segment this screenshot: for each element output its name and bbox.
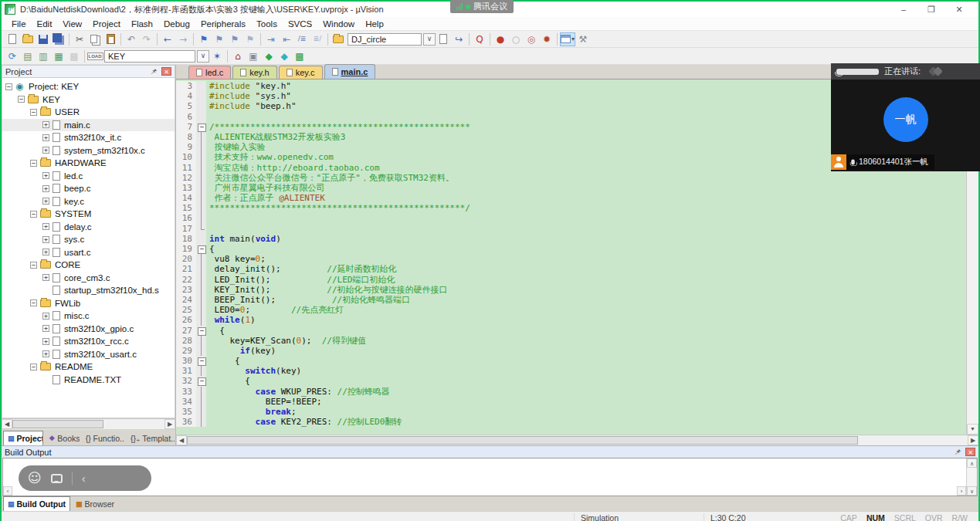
manage-runtime-button[interactable]: ⌂ [230, 49, 246, 63]
tree-item[interactable]: −Project: KEY [2, 80, 175, 93]
scroll-down-icon[interactable]: ∨ [967, 486, 977, 496]
select-device-button[interactable]: ◆ [276, 49, 292, 63]
file-search-combo[interactable]: DJ_circle [348, 33, 422, 46]
editor-tab-led-c[interactable]: led.c [188, 66, 231, 79]
expand-toggle-icon[interactable]: − [30, 299, 37, 306]
code-line[interactable]: 22 LED_Init(); //LED端口初始化 [176, 275, 966, 285]
combo-dropdown-button[interactable]: ∨ [423, 33, 436, 46]
scroll-right-icon[interactable]: ▶ [968, 435, 978, 445]
target-options-button[interactable]: ✶ [209, 49, 225, 63]
tree-item[interactable]: +stm32f10x_gpio.c [2, 323, 175, 336]
scroll-left-icon[interactable]: ◀ [176, 435, 187, 445]
expand-toggle-icon[interactable]: + [42, 172, 49, 179]
menu-file[interactable]: File [6, 19, 32, 29]
code-line[interactable]: 15**************************************… [176, 203, 966, 213]
bookmark-next-button[interactable]: ⚑ [227, 32, 242, 46]
comment-button[interactable]: /≣ [294, 32, 310, 46]
expand-toggle-icon[interactable]: + [42, 274, 49, 281]
batch-build-button[interactable]: ▦ [51, 49, 66, 63]
target-combo[interactable]: KEY [104, 50, 195, 63]
run-to-line-button[interactable]: ↪ [451, 32, 466, 46]
target-dropdown-button[interactable]: ∨ [197, 50, 209, 63]
expand-toggle-icon[interactable]: + [42, 121, 49, 128]
panel-tab-books[interactable]: ❖Books [44, 431, 80, 445]
scroll-left-icon[interactable]: ◀ [2, 419, 12, 429]
fold-toggle-icon[interactable] [196, 376, 206, 386]
tree-item[interactable]: +stm32f10x_rcc.c [2, 335, 175, 348]
code-line[interactable]: 17 [176, 224, 966, 234]
scroll-thumb[interactable] [187, 436, 858, 445]
expand-toggle-icon[interactable]: + [42, 185, 49, 192]
translate-file-button[interactable]: ⟳ [5, 49, 20, 63]
code-line[interactable]: 29 if(key) [176, 346, 966, 356]
menu-peripherals[interactable]: Peripherals [195, 19, 251, 29]
editor-tab-key-h[interactable]: key.h [232, 66, 276, 79]
open-file-button[interactable] [20, 32, 36, 46]
pin-icon[interactable]: 📌︎ [150, 67, 158, 76]
bookmark-clear-button[interactable]: ⚑ [242, 32, 258, 46]
tree-item[interactable]: +stm32f10x_it.c [2, 131, 175, 144]
stop-build-button[interactable]: ▩ [66, 49, 82, 63]
expand-toggle-icon[interactable]: − [30, 211, 37, 218]
bookmark-toggle-button[interactable]: ⚑ [196, 32, 212, 46]
code-line[interactable]: 26 while(1) [176, 315, 966, 325]
code-line[interactable]: 14 作者：正点原子 @ALIENTEK [176, 193, 966, 203]
expand-toggle-icon[interactable]: + [42, 223, 49, 230]
tree-item[interactable]: +misc.c [2, 310, 175, 323]
expand-toggle-icon[interactable]: + [42, 147, 49, 154]
expand-toggle-icon[interactable]: + [42, 198, 49, 205]
bookmark-prev-button[interactable]: ⚑ [212, 32, 227, 46]
menu-help[interactable]: Help [360, 19, 389, 29]
code-line[interactable]: 30 { [176, 356, 966, 366]
expand-toggle-icon[interactable]: + [42, 338, 49, 345]
expand-toggle-icon[interactable]: − [18, 96, 25, 103]
menu-flash[interactable]: Flash [126, 19, 158, 29]
tree-item[interactable]: README.TXT [2, 374, 175, 387]
panel-tab--functio-[interactable]: {} Functio... [81, 431, 125, 445]
tree-item[interactable]: −README [2, 360, 175, 374]
tree-item[interactable]: +usart.c [2, 246, 175, 259]
expand-toggle-icon[interactable]: − [5, 83, 12, 90]
code-line[interactable]: 23 KEY_Init(); //初始化与按键连接的硬件接口 [176, 285, 966, 295]
panel-close-icon[interactable]: ✕ [965, 448, 975, 456]
menu-edit[interactable]: Edit [32, 19, 58, 29]
tree-item[interactable]: −SYSTEM [2, 208, 175, 221]
rebuild-button[interactable]: ▥ [36, 49, 51, 63]
menu-svcs[interactable]: SVCS [283, 19, 317, 29]
code-line[interactable]: 24 BEEP_Init(); //初始化蜂鸣器端口 [176, 295, 966, 305]
editor-h-scrollbar[interactable]: ◀ ▶ [176, 435, 978, 445]
tree-item[interactable]: +main.c [2, 119, 175, 132]
scroll-thumb[interactable] [12, 420, 103, 428]
panel-close-icon[interactable]: ✕ [161, 67, 171, 76]
breakpoint-toggle-button[interactable]: ● [493, 32, 508, 46]
menu-tools[interactable]: Tools [251, 19, 283, 29]
expand-toggle-icon[interactable]: − [30, 364, 37, 370]
expand-toggle-icon[interactable]: − [30, 262, 37, 269]
tree-item[interactable]: +core_cm3.c [2, 272, 175, 285]
pin-icon[interactable]: 📌︎ [954, 448, 961, 456]
navigate-forward-button[interactable]: → [175, 32, 191, 46]
expand-toggle-icon[interactable]: + [42, 134, 49, 141]
code-line[interactable]: 12 关注微信公众平台微信号："正点原子"，免费获取STM32资料。 [176, 173, 966, 183]
fold-toggle-icon[interactable] [196, 356, 206, 366]
scroll-left-icon[interactable]: ‹ [3, 486, 12, 496]
breakpoint-disable-all-button[interactable]: ◎ [524, 32, 539, 46]
navigate-back-button[interactable]: ← [160, 32, 175, 46]
code-line[interactable]: 25 LED0=0; //先点亮红灯 [176, 305, 966, 315]
tree-item[interactable]: +beep.c [2, 182, 175, 195]
code-line[interactable]: 28 key=KEY_Scan(0); //得到键值 [176, 336, 966, 346]
tree-item[interactable]: +delay.c [2, 221, 175, 234]
tree-item[interactable]: +sys.c [2, 233, 175, 246]
expand-toggle-icon[interactable]: + [42, 313, 49, 320]
bottom-tab-build-output[interactable]: ▤Build Output [3, 496, 70, 511]
minimize-button[interactable]: – [898, 5, 909, 15]
breakpoint-kill-all-button[interactable]: ✹ [539, 32, 554, 46]
scroll-right-icon[interactable]: ▶ [164, 419, 175, 429]
tree-item[interactable]: −FWLib [2, 297, 175, 310]
session-button[interactable] [331, 32, 346, 46]
tree-item[interactable]: +stm32f10x_usart.c [2, 348, 175, 361]
menu-project[interactable]: Project [87, 19, 126, 29]
panel-tab-project[interactable]: ▤Project [3, 431, 43, 445]
scroll-down-icon[interactable]: ▼ [967, 424, 978, 435]
chat-icon[interactable] [51, 474, 63, 483]
